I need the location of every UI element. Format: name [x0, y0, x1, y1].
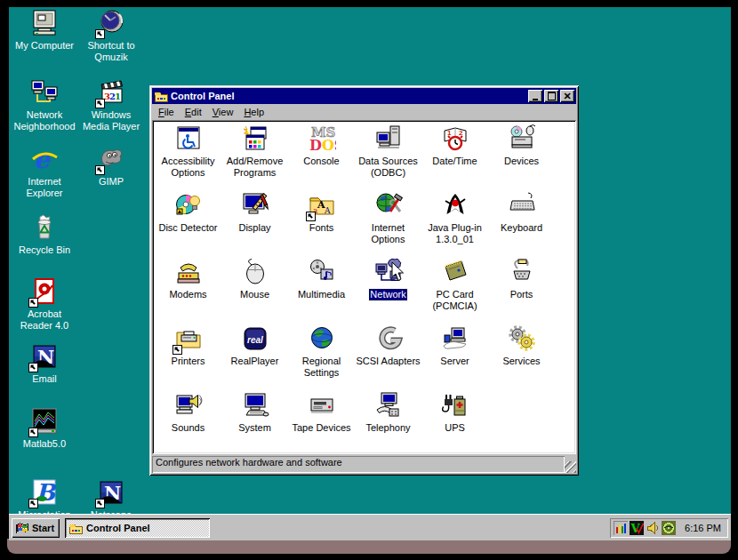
desktop-icon-netscape[interactable]: NNetscape	[79, 478, 143, 514]
cp-item-data-sources[interactable]: Data Sources (ODBC)	[355, 124, 421, 191]
cp-item-disc-detector[interactable]: Disc Detector	[155, 191, 221, 258]
shortcut-arrow-icon	[28, 298, 38, 308]
volume-tray-icon[interactable]	[646, 521, 660, 535]
menu-view[interactable]: View	[207, 105, 239, 119]
telephony-icon	[374, 391, 403, 420]
cp-item-telephony[interactable]: Telephony	[355, 391, 421, 454]
start-label: Start	[32, 523, 54, 533]
qmuzik-icon	[97, 9, 125, 37]
shortcut-arrow-icon	[95, 165, 105, 175]
data-sources-icon	[374, 124, 403, 153]
cp-item-label: Network	[369, 289, 406, 300]
cp-item-display[interactable]: Display	[221, 191, 288, 258]
taskbar-task-control-panel[interactable]: Control Panel	[65, 518, 210, 538]
cp-item-label: Tape Devices	[292, 422, 350, 434]
desktop-icon-label: Email	[32, 373, 57, 385]
cp-item-accessibility[interactable]: Accessibility Options	[155, 124, 221, 191]
cp-item-fonts[interactable]: AaAFonts	[288, 191, 355, 258]
desktop-icon-matlab[interactable]: Matlab5.0	[12, 407, 76, 450]
network-neighborhood-icon	[30, 78, 59, 107]
cp-item-java-plugin[interactable]: Java Plug-in 1.3.0_01	[421, 191, 488, 258]
cp-item-devices[interactable]: Devices	[488, 124, 555, 191]
printers-icon	[174, 324, 203, 353]
desktop-icon-qmuzik[interactable]: Shortcut to Qmuzik	[79, 9, 143, 63]
cp-item-regional-settings[interactable]: Regional Settings	[288, 324, 355, 391]
cp-item-label: Printers	[172, 356, 205, 367]
disc-detector-icon	[174, 191, 203, 220]
cp-item-ports[interactable]: Ports	[488, 258, 555, 324]
cp-item-multimedia[interactable]: Multimedia	[288, 258, 355, 324]
window-titlebar[interactable]: Control Panel ✕	[152, 88, 576, 104]
desktop-icon-my-computer[interactable]: My Computer	[12, 9, 76, 52]
ports-icon	[508, 258, 536, 286]
cp-item-mouse[interactable]: Mouse	[221, 258, 288, 324]
desktop-icon-label: Network Neighborhood	[12, 109, 76, 132]
svg-text:2: 2	[459, 129, 463, 137]
cp-item-keyboard[interactable]: Keyboard	[488, 191, 555, 258]
network-icon	[374, 258, 403, 286]
control-panel-icon-grid: Accessibility OptionsAdd/Remove Programs…	[152, 120, 576, 454]
devices-icon	[508, 124, 536, 153]
tape-devices-icon	[308, 391, 336, 420]
cp-item-scsi-adapters[interactable]: SCSI Adapters	[355, 324, 421, 391]
internet-explorer-icon: e	[30, 145, 59, 173]
desktop-icon-internet-explorer[interactable]: eInternet Explorer	[12, 145, 76, 199]
svg-text:real: real	[247, 335, 263, 345]
cp-item-console[interactable]: MSDOSConsole	[288, 124, 355, 191]
desktop-icon-media-player[interactable]: 321Windows Media Player	[79, 78, 143, 132]
shortcut-arrow-icon	[95, 99, 105, 108]
cp-item-realplayer[interactable]: realRealPlayer	[221, 324, 288, 391]
cp-item-label: Telephony	[365, 422, 410, 434]
media-player-icon: 321	[97, 78, 125, 107]
svg-text:A: A	[324, 206, 331, 215]
fonts-icon: AaA	[308, 191, 336, 220]
display-settings-tray-icon[interactable]	[614, 521, 628, 535]
cp-item-label: Fonts	[309, 222, 334, 234]
cp-item-label: Java Plug-in 1.3.0_01	[422, 222, 487, 245]
date-time-icon: 12	[441, 124, 469, 153]
resize-grip[interactable]	[565, 461, 576, 473]
cp-item-printers[interactable]: Printers	[155, 324, 221, 391]
menu-edit[interactable]: Edit	[180, 105, 207, 119]
minimize-button[interactable]	[528, 90, 542, 102]
maximize-button[interactable]	[544, 90, 558, 102]
cp-item-label: Multimedia	[298, 289, 345, 300]
menu-help[interactable]: Help	[238, 105, 269, 119]
desktop-icon-recycle-bin[interactable]: Recycle Bin	[12, 213, 76, 256]
cp-item-tape-devices[interactable]: Tape Devices	[288, 391, 355, 454]
cp-item-label: Modems	[169, 289, 206, 300]
cp-item-add-remove[interactable]: Add/Remove Programs	[221, 124, 288, 191]
cp-item-server[interactable]: Server	[421, 324, 488, 391]
cp-item-label: Keyboard	[501, 222, 542, 234]
cp-item-internet-options[interactable]: Internet Options	[355, 191, 421, 258]
virus-shield-tray-icon[interactable]: V	[630, 521, 644, 535]
graphics-driver-tray-icon[interactable]	[662, 521, 676, 535]
cp-item-label: Disc Detector	[158, 222, 217, 234]
start-button[interactable]: Start	[12, 518, 60, 538]
shortcut-arrow-icon	[95, 499, 105, 508]
status-bar: Configures network hardware and software	[152, 454, 576, 473]
close-button[interactable]: ✕	[560, 90, 574, 102]
cp-item-label: UPS	[445, 422, 465, 434]
shortcut-arrow-icon	[28, 428, 38, 437]
realplayer-icon: real	[241, 324, 269, 353]
shortcut-arrow-icon	[28, 499, 38, 508]
cp-item-network[interactable]: Network	[355, 258, 421, 324]
cp-item-pc-card[interactable]: PC Card (PCMCIA)	[421, 258, 488, 324]
desktop-icon-microstation[interactable]: BMicrostation	[12, 478, 76, 514]
cp-item-modems[interactable]: Modems	[155, 258, 221, 324]
desktop-icon-netscape[interactable]: NEmail	[12, 342, 76, 385]
menu-file[interactable]: File	[153, 105, 180, 119]
cp-item-ups[interactable]: UPS	[421, 391, 488, 454]
cp-item-sounds[interactable]: Sounds	[155, 391, 221, 454]
cp-item-label: SCSI Adapters	[356, 356, 420, 367]
desktop-icon-gimp[interactable]: GIMP	[79, 145, 143, 188]
desktop-icon-acrobat[interactable]: Acrobat Reader 4.0	[12, 277, 76, 332]
cp-item-label: Mouse	[240, 289, 269, 300]
cp-item-services[interactable]: Services	[488, 324, 555, 391]
netscape-icon: N	[30, 342, 59, 371]
cp-item-date-time[interactable]: 12Date/Time	[421, 124, 488, 191]
cp-item-system[interactable]: System	[221, 391, 288, 454]
services-icon	[508, 324, 536, 353]
desktop-icon-network-neighborhood[interactable]: Network Neighborhood	[12, 78, 76, 132]
